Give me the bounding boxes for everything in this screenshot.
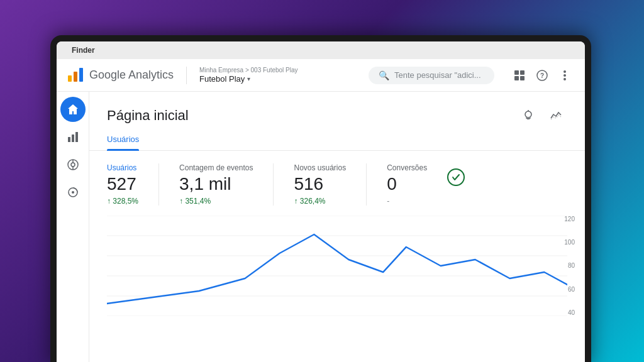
explore-icon — [67, 158, 79, 171]
metric-conversoes: Conversões 0 - — [387, 163, 427, 206]
metrics-tabs: Usuários — [89, 127, 585, 151]
tab-usuarios[interactable]: Usuários — [107, 134, 139, 150]
metric-eventos: Contagem de eventos 3,1 mil ↑ 351,4% — [179, 163, 253, 206]
sidebar-item-explore[interactable] — [60, 152, 86, 177]
y-label-100: 100 — [564, 239, 575, 246]
metric-novos-usuarios: Novos usuários 516 ↑ 326,4% — [294, 163, 346, 206]
sidebar-item-home[interactable] — [60, 97, 86, 122]
ga-logo-icon — [67, 67, 84, 84]
metrics-grid: Usuários 527 ↑ 328,5% Contagem de evento… — [89, 151, 585, 206]
lightbulb-icon — [522, 109, 535, 122]
svg-point-11 — [564, 78, 566, 80]
metric-value-usuarios: 527 — [107, 175, 138, 194]
metric-label-novos: Novos usuários — [294, 163, 346, 172]
svg-point-10 — [564, 74, 566, 77]
metric-usuarios: Usuários 527 ↑ 328,5% — [107, 163, 138, 206]
title-bar: Finder — [57, 41, 585, 59]
home-icon — [67, 103, 79, 116]
breadcrumb-top: Minha Empresa > 003 Futebol Play — [199, 67, 297, 74]
page-title: Página inicial — [107, 107, 189, 124]
metric-value-novos: 516 — [294, 175, 346, 194]
svg-rect-12 — [68, 137, 70, 142]
svg-point-20 — [72, 191, 74, 194]
chevron-down-icon: ▾ — [247, 75, 250, 82]
content-area: Página inicial — [89, 92, 585, 362]
svg-rect-1 — [74, 72, 77, 82]
breadcrumb-current: Futebol Play — [199, 74, 245, 84]
more-icon — [564, 70, 566, 81]
more-button[interactable] — [555, 65, 575, 85]
checkmark-icon — [452, 173, 460, 182]
line-chart — [107, 216, 567, 316]
main-layout: Página inicial — [57, 92, 585, 362]
laptop-screen: Finder Google Analytics Minha Empresa > … — [57, 41, 585, 362]
chart-y-labels: 120 100 80 60 40 — [564, 216, 575, 316]
sidebar — [57, 92, 89, 362]
svg-rect-13 — [72, 134, 74, 142]
metric-change-usuarios: ↑ 328,5% — [107, 197, 138, 206]
ga-logo: Google Analytics — [67, 67, 174, 84]
header-divider — [186, 67, 187, 84]
ga-logo-text: Google Analytics — [89, 69, 174, 82]
advertising-icon — [67, 186, 79, 199]
y-label-80: 80 — [568, 262, 575, 269]
help-icon: ? — [536, 70, 548, 81]
metric-value-conversoes: 0 — [387, 175, 427, 194]
metric-change-eventos: ↑ 351,4% — [179, 197, 253, 206]
svg-point-16 — [71, 163, 75, 167]
svg-rect-0 — [68, 75, 72, 82]
metric-divider-3 — [366, 163, 367, 206]
compare-button[interactable] — [545, 104, 567, 127]
breadcrumb-bottom[interactable]: Futebol Play ▾ — [199, 74, 297, 84]
metric-label-conversoes: Conversões — [387, 163, 427, 172]
analytics-header: Google Analytics Minha Empresa > 003 Fut… — [57, 59, 585, 92]
lightbulb-button[interactable] — [517, 104, 540, 127]
laptop-frame: Finder Google Analytics Minha Empresa > … — [50, 35, 591, 362]
metric-label-eventos: Contagem de eventos — [179, 163, 253, 172]
y-label-120: 120 — [564, 216, 575, 222]
sidebar-item-advertising[interactable] — [60, 180, 86, 205]
search-icon: 🔍 — [379, 70, 389, 80]
grid-view-button[interactable] — [509, 65, 530, 85]
metric-change-conversoes: - — [387, 197, 427, 206]
svg-rect-14 — [75, 132, 78, 142]
help-button[interactable]: ? — [532, 65, 552, 85]
reports-icon — [67, 131, 79, 143]
svg-rect-3 — [514, 70, 519, 75]
finder-label: Finder — [72, 46, 95, 55]
search-placeholder-text: Tente pesquisar "adici... — [394, 70, 481, 80]
svg-rect-2 — [79, 68, 83, 82]
grid-icon — [514, 70, 525, 81]
page-header: Página inicial — [89, 92, 585, 127]
metric-value-eventos: 3,1 mil — [179, 175, 253, 194]
svg-point-21 — [525, 111, 531, 118]
page-actions — [517, 104, 567, 127]
metric-divider-2 — [273, 163, 274, 206]
svg-rect-5 — [514, 76, 519, 80]
metric-divider-1 — [158, 163, 159, 206]
metric-label-usuarios: Usuários — [107, 163, 138, 172]
breadcrumb-area[interactable]: Minha Empresa > 003 Futebol Play Futebol… — [199, 67, 297, 84]
compare-icon — [550, 109, 562, 122]
svg-text:?: ? — [540, 72, 544, 79]
chart-area: 120 100 80 60 40 — [89, 206, 585, 319]
metric-change-novos: ↑ 326,4% — [294, 197, 346, 206]
svg-rect-6 — [520, 76, 525, 80]
svg-point-9 — [564, 70, 566, 73]
sidebar-item-reports[interactable] — [60, 124, 86, 150]
y-label-60: 60 — [568, 286, 575, 293]
check-icon — [447, 168, 465, 186]
svg-rect-4 — [520, 70, 525, 75]
header-icons: ? — [509, 65, 575, 85]
search-bar[interactable]: 🔍 Tente pesquisar "adici... — [369, 67, 494, 84]
y-label-40: 40 — [568, 309, 575, 316]
